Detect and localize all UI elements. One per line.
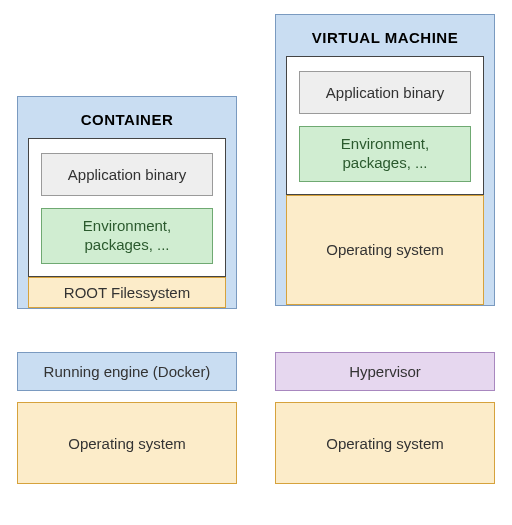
container-outer: CONTAINER Application binary Environment… (17, 96, 237, 309)
container-title: CONTAINER (28, 105, 226, 138)
container-env: Environment,packages, ... (41, 208, 213, 264)
vm-column: VIRTUAL MACHINE Application binary Envir… (275, 14, 495, 306)
vm-inner: Application binary Environment,packages,… (286, 56, 484, 195)
vm-host-os: Operating system (275, 402, 495, 484)
vm-hypervisor: Hypervisor (275, 352, 495, 391)
container-column: CONTAINER Application binary Environment… (17, 96, 237, 309)
vm-title: VIRTUAL MACHINE (286, 23, 484, 56)
container-os-wrap: Operating system (17, 402, 237, 484)
vm-env: Environment,packages, ... (299, 126, 471, 182)
vm-hypervisor-wrap: Hypervisor (275, 352, 495, 391)
container-rootfs: ROOT Filessystem (28, 277, 226, 308)
container-inner: Application binary Environment,packages,… (28, 138, 226, 277)
container-engine-wrap: Running engine (Docker) (17, 352, 237, 391)
container-app-binary: Application binary (41, 153, 213, 196)
vm-outer: VIRTUAL MACHINE Application binary Envir… (275, 14, 495, 306)
vm-app-binary: Application binary (299, 71, 471, 114)
vm-guest-os: Operating system (286, 195, 484, 305)
container-host-os: Operating system (17, 402, 237, 484)
container-engine: Running engine (Docker) (17, 352, 237, 391)
vm-os-wrap: Operating system (275, 402, 495, 484)
